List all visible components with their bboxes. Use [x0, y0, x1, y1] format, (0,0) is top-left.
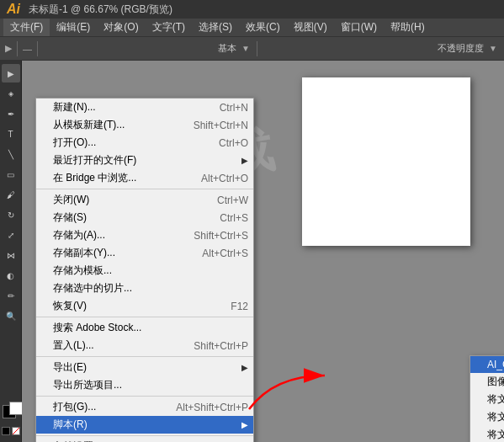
main-area: ▶ ◈ ✒ T ╲ ▭ 🖌 ↻ ⤢ ⋈ ◐ ✏ 🔍 安下载	[0, 61, 504, 442]
menu-sep-5	[36, 435, 253, 436]
gradient-tool[interactable]: ◐	[2, 266, 20, 285]
menu-scripts[interactable]: 脚本(R) ▶	[36, 416, 253, 434]
menu-save-slices[interactable]: 存储选中的切片...	[36, 280, 253, 297]
toolbar: ▶ — 基本 ▼ 不透明度度 ▼	[0, 37, 504, 61]
menu-new[interactable]: 新建(N)... Ctrl+N	[36, 99, 253, 116]
select-tool[interactable]: ▶	[2, 64, 20, 83]
toolbar-separator-3	[257, 41, 257, 56]
menu-doc-setup[interactable]: 文档设置(D)... Alt+Ctrl+P	[36, 438, 253, 442]
menu-text[interactable]: 文字(T)	[146, 19, 192, 36]
type-tool[interactable]: T	[2, 125, 20, 143]
menu-object[interactable]: 对象(O)	[97, 19, 145, 36]
color-boxes	[2, 405, 20, 439]
title-bar: Ai 未标题-1 @ 66.67% (RGB/预览)	[0, 0, 504, 19]
scripts-export-flash[interactable]: 将文档导出为 Flash	[470, 426, 504, 442]
menu-sep-1	[36, 189, 253, 189]
menu-file[interactable]: 文件(F)	[3, 19, 50, 36]
menu-effect[interactable]: 效果(C)	[239, 19, 287, 36]
menu-place[interactable]: 置入(L)... Shift+Ctrl+P	[36, 337, 253, 354]
menu-new-from-template[interactable]: 从模板新建(T)... Shift+Ctrl+N	[36, 116, 253, 134]
line-tool[interactable]: ╲	[2, 145, 20, 163]
opacity-dropdown-icon[interactable]: ▼	[489, 44, 497, 53]
toolbar-tool-icon: ▶	[5, 43, 12, 54]
menu-sep-2	[36, 317, 253, 317]
menu-package[interactable]: 打包(G)... Alt+Shift+Ctrl+P	[36, 398, 253, 416]
brush-tool[interactable]: 🖌	[2, 185, 20, 204]
menu-view[interactable]: 视图(V)	[287, 19, 334, 36]
menu-export[interactable]: 导出(E) ▶	[36, 359, 253, 376]
scripts-save-pdf[interactable]: 将文档存储为 PDF	[470, 391, 504, 408]
workspace-dropdown-icon[interactable]: ▼	[241, 44, 250, 53]
toolbar-separator	[17, 41, 18, 56]
toolbar-stroke-icon: —	[23, 44, 32, 54]
scripts-ai-cc2019[interactable]: AI_CC2019_64	[470, 356, 504, 373]
rotate-tool[interactable]: ↻	[2, 205, 20, 224]
pen-tool[interactable]: ✒	[2, 104, 20, 123]
toolbar-separator-2	[37, 41, 38, 56]
eyedropper-tool[interactable]: ✏	[2, 286, 20, 305]
background-color[interactable]	[9, 402, 23, 415]
menu-save-as[interactable]: 存储为(A)... Shift+Ctrl+S	[36, 226, 253, 244]
menu-close[interactable]: 关闭(W) Ctrl+W	[36, 191, 253, 209]
opacity-label: 不透明度度	[438, 42, 484, 55]
menu-open[interactable]: 打开(O)... Ctrl+O	[36, 134, 253, 152]
menu-browse-bridge[interactable]: 在 Bridge 中浏览... Alt+Ctrl+O	[36, 169, 253, 187]
menu-sep-4	[36, 396, 253, 397]
scale-tool[interactable]: ⤢	[2, 226, 20, 244]
direct-select-tool[interactable]: ◈	[2, 84, 20, 103]
workspace-label: 基本	[218, 42, 236, 55]
scripts-submenu[interactable]: AI_CC2019_64 图像描摹 将文档存储为 PDF 将文档存储为 SVG …	[470, 355, 504, 442]
artboard	[302, 77, 470, 246]
menu-search-stock[interactable]: 搜索 Adobe Stock...	[36, 319, 253, 337]
file-menu-dropdown[interactable]: 新建(N)... Ctrl+N 从模板新建(T)... Shift+Ctrl+N…	[35, 98, 254, 442]
menu-revert[interactable]: 恢复(V) F12	[36, 297, 253, 315]
title-bar-text: 未标题-1 @ 66.67% (RGB/预览)	[29, 3, 172, 17]
zoom-tool[interactable]: 🔍	[2, 306, 20, 325]
menu-edit[interactable]: 编辑(E)	[50, 19, 97, 36]
scripts-image-trace[interactable]: 图像描摹	[470, 373, 504, 391]
menu-export-selection[interactable]: 导出所选项目...	[36, 376, 253, 394]
rect-tool[interactable]: ▭	[2, 165, 20, 184]
none-swatch[interactable]	[2, 427, 10, 435]
app-logo: Ai	[7, 2, 20, 17]
menu-bar: 文件(F) 编辑(E) 对象(O) 文字(T) 选择(S) 效果(C) 视图(V…	[0, 19, 504, 37]
menu-save[interactable]: 存储(S) Ctrl+S	[36, 209, 253, 226]
menu-window[interactable]: 窗口(W)	[334, 19, 384, 36]
menu-save-copy[interactable]: 存储副本(Y)... Alt+Ctrl+S	[36, 244, 253, 262]
red-arrow	[241, 367, 342, 418]
menu-select[interactable]: 选择(S)	[192, 19, 239, 36]
menu-help[interactable]: 帮助(H)	[384, 19, 432, 36]
left-toolbar: ▶ ◈ ✒ T ╲ ▭ 🖌 ↻ ⤢ ⋈ ◐ ✏ 🔍	[0, 61, 22, 442]
canvas-area: 安下载 新建(N)... Ctrl+N 从模板新建(T)... Shift+Ct…	[22, 61, 504, 442]
menu-recent-files[interactable]: 最近打开的文件(F) ▶	[36, 152, 253, 169]
blend-tool[interactable]: ⋈	[2, 246, 20, 264]
menu-save-template[interactable]: 存储为模板...	[36, 262, 253, 280]
menu-sep-3	[36, 356, 253, 357]
swap-colors[interactable]	[12, 427, 20, 435]
scripts-save-svg[interactable]: 将文档存储为 SVG	[470, 408, 504, 426]
